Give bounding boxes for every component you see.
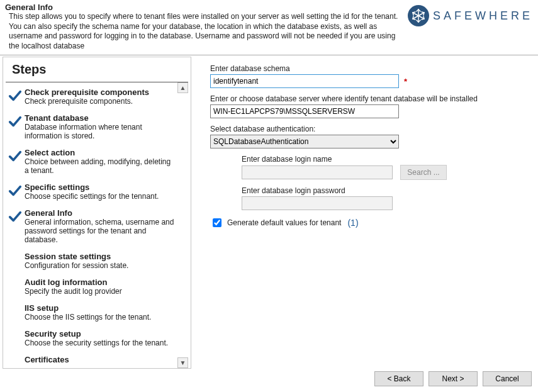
wizard-footer: < Back Next > Cancel bbox=[0, 370, 538, 391]
step-subtitle: Choice between adding, modifying, deleti… bbox=[25, 157, 176, 175]
step-subtitle: Choose the security settings for the ten… bbox=[25, 339, 176, 347]
step-item-3[interactable]: Specific settingsChoose specific setting… bbox=[4, 180, 189, 206]
svg-line-12 bbox=[413, 16, 413, 19]
search-button[interactable]: Search ... bbox=[400, 165, 447, 180]
next-button[interactable]: Next > bbox=[429, 371, 478, 386]
required-mark-icon: * bbox=[404, 77, 407, 86]
auth-select[interactable]: SQLDatabaseAuthentication bbox=[210, 135, 399, 148]
step-title: Check prerequisite components bbox=[25, 87, 176, 97]
check-icon bbox=[8, 87, 22, 106]
step-subtitle: Choose specific settings for the tennant… bbox=[25, 192, 176, 201]
step-item-8[interactable]: Security setupChoose the security settin… bbox=[4, 327, 189, 352]
check-icon bbox=[8, 148, 22, 175]
step-title: Specific settings bbox=[25, 182, 176, 192]
step-item-7[interactable]: IIS setupChoose the IIS settings for the… bbox=[4, 301, 189, 327]
step-title: Tenant database bbox=[25, 113, 176, 123]
step-subtitle: General information, schema, username an… bbox=[25, 218, 176, 244]
check-icon bbox=[8, 208, 22, 244]
step-subtitle: Specify the audit log provider bbox=[25, 287, 176, 296]
steps-panel: Steps ▲ ▼ Check prerequisite componentsC… bbox=[3, 57, 191, 369]
steps-list[interactable]: ▲ ▼ Check prerequisite componentsCheck p… bbox=[3, 82, 191, 368]
brand-text: SAFEWHERE bbox=[433, 9, 533, 23]
step-title: Certificates bbox=[25, 355, 176, 364]
step-title: General Info bbox=[25, 208, 176, 218]
generate-defaults-checkbox[interactable] bbox=[213, 218, 221, 227]
check-icon bbox=[8, 113, 22, 140]
schema-input[interactable] bbox=[210, 74, 399, 88]
server-input[interactable] bbox=[210, 104, 399, 118]
svg-line-10 bbox=[423, 16, 424, 19]
check-icon bbox=[8, 182, 22, 201]
snowflake-icon bbox=[408, 5, 429, 26]
page-title: General Info bbox=[5, 3, 400, 12]
step-item-4[interactable]: General InfoGeneral information, schema,… bbox=[4, 206, 189, 249]
scroll-down-icon[interactable]: ▼ bbox=[177, 357, 188, 368]
step-subtitle: Database information where tenant inform… bbox=[25, 123, 176, 140]
login-input[interactable] bbox=[242, 165, 393, 179]
page-description: This step allows you to specify where to… bbox=[9, 12, 400, 51]
scroll-up-icon[interactable]: ▲ bbox=[177, 82, 188, 93]
step-item-6[interactable]: Audit log informationSpecify the audit l… bbox=[4, 275, 189, 301]
annotation-badge: (1) bbox=[347, 218, 358, 228]
password-input[interactable] bbox=[242, 196, 393, 210]
login-label: Enter database login name bbox=[242, 155, 527, 164]
step-title: Audit log information bbox=[25, 277, 176, 287]
brand-logo: SAFEWHERE bbox=[408, 3, 533, 26]
server-label: Enter or choose database server where id… bbox=[210, 94, 527, 103]
form-panel: Enter database schema * Enter or choose … bbox=[191, 55, 538, 370]
step-item-5[interactable]: Session state settingsConfiguration for … bbox=[4, 249, 189, 275]
back-button[interactable]: < Back bbox=[374, 371, 423, 386]
svg-line-8 bbox=[413, 12, 415, 13]
step-subtitle: Check prerequisite components. bbox=[25, 97, 176, 106]
step-subtitle: Configuration for session state. bbox=[25, 261, 176, 270]
step-item-1[interactable]: Tenant databaseDatabase information wher… bbox=[4, 111, 189, 145]
step-item-2[interactable]: Select actionChoice between adding, modi… bbox=[4, 145, 189, 180]
generate-defaults-label[interactable]: Generate default values for tenant bbox=[227, 218, 341, 227]
step-title: Security setup bbox=[25, 329, 176, 339]
svg-line-14 bbox=[422, 12, 424, 13]
step-title: IIS setup bbox=[25, 303, 176, 313]
step-item-9[interactable]: Certificates bbox=[4, 352, 189, 368]
steps-heading: Steps bbox=[6, 57, 188, 82]
auth-label: Select database authentication: bbox=[210, 125, 527, 133]
step-title: Select action bbox=[25, 148, 176, 157]
step-title: Session state settings bbox=[25, 252, 176, 261]
cancel-button[interactable]: Cancel bbox=[483, 371, 532, 386]
step-subtitle: Choose the IIS settings for the tenant. bbox=[25, 313, 176, 322]
step-item-0[interactable]: Check prerequisite componentsCheck prere… bbox=[4, 85, 189, 111]
password-label: Enter database login password bbox=[242, 186, 527, 195]
schema-label: Enter database schema bbox=[210, 64, 527, 73]
